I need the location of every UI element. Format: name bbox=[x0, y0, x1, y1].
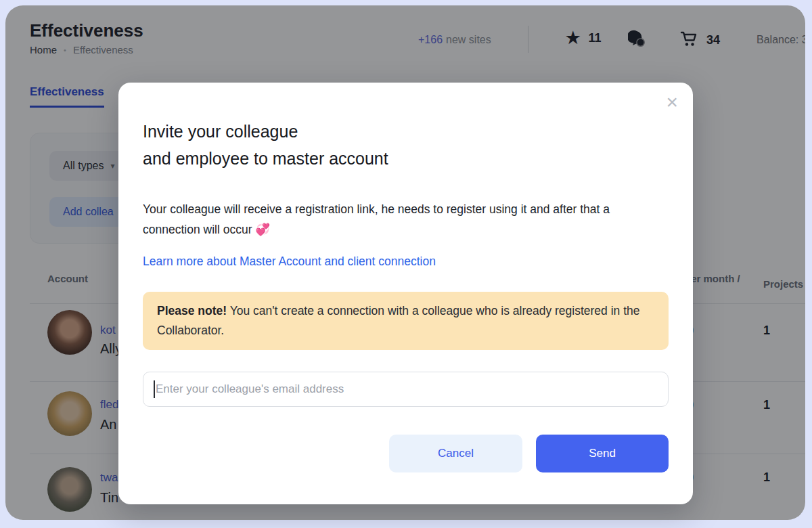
warning-note-text: You can't create a connection with a col… bbox=[157, 304, 640, 337]
invite-colleague-modal: × Invite your colleague and employee to … bbox=[118, 83, 693, 504]
text-caret bbox=[154, 380, 155, 398]
close-icon[interactable]: × bbox=[666, 92, 678, 112]
cancel-button[interactable]: Cancel bbox=[389, 435, 522, 472]
warning-note: Please note! You can't create a connecti… bbox=[143, 292, 669, 350]
modal-description: Your colleague will receive a registrati… bbox=[143, 199, 657, 240]
modal-title-line2: and employee to master account bbox=[143, 145, 669, 172]
warning-note-bold: Please note! bbox=[157, 304, 227, 317]
learn-more-link[interactable]: Learn more about Master Account and clie… bbox=[143, 255, 436, 269]
email-field-wrap bbox=[143, 372, 669, 407]
modal-title: Invite your colleague and employee to ma… bbox=[143, 118, 669, 172]
email-field[interactable] bbox=[143, 372, 669, 407]
send-button[interactable]: Send bbox=[536, 435, 669, 472]
modal-title-line1: Invite your colleague bbox=[143, 118, 669, 145]
modal-actions: Cancel Send bbox=[143, 435, 669, 472]
